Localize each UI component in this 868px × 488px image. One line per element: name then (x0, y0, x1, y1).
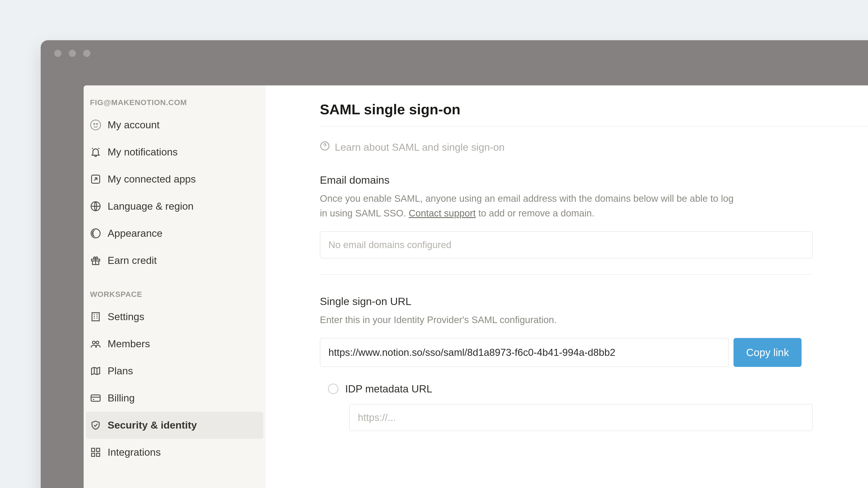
desc-text: to add or remove a domain. (475, 208, 594, 219)
divider (320, 274, 813, 275)
idp-metadata-url-radio[interactable] (328, 384, 338, 394)
sidebar-item-security[interactable]: Security & identity (86, 412, 264, 439)
sidebar-item-label: Integrations (107, 447, 161, 458)
sidebar-item-my-account[interactable]: My account (86, 111, 264, 138)
sidebar-item-settings[interactable]: Settings (86, 303, 264, 330)
sidebar-item-label: Settings (107, 311, 145, 323)
svg-rect-15 (96, 453, 100, 456)
sidebar-item-label: Earn credit (107, 255, 157, 266)
sidebar-item-my-notifications[interactable]: My notifications (86, 138, 264, 166)
svg-point-17 (324, 148, 325, 148)
section-desc: Enter this in your Identity Provider's S… (320, 313, 740, 327)
section-sso-url: Single sign-on URL Enter this in your Id… (320, 295, 868, 431)
idp-metadata-url-label: IDP metadata URL (345, 383, 432, 395)
svg-rect-8 (92, 313, 99, 321)
section-email-domains: Email domains Once you enable SAML, anyo… (320, 174, 868, 258)
page-title: SAML single sign-on (320, 101, 868, 127)
grid-icon (90, 447, 101, 458)
shield-icon (90, 420, 101, 431)
svg-rect-12 (92, 448, 95, 451)
arrow-out-icon (90, 173, 101, 185)
sidebar-item-appearance[interactable]: Appearance (86, 220, 264, 247)
sidebar-item-label: Plans (107, 365, 133, 377)
section-heading: Email domains (320, 174, 868, 186)
moon-icon (90, 228, 101, 239)
app-surface: FIG@MAKENOTION.COM My account My notific… (84, 86, 868, 488)
map-icon (90, 365, 101, 377)
bell-icon (90, 147, 101, 158)
sidebar-item-integrations[interactable]: Integrations (86, 439, 264, 466)
help-icon (320, 141, 330, 153)
sidebar-item-label: Appearance (107, 228, 162, 239)
traffic-light-min[interactable] (69, 50, 76, 57)
avatar-icon (90, 119, 101, 131)
svg-point-2 (96, 124, 98, 125)
traffic-light-close[interactable] (54, 50, 61, 57)
idp-metadata-url-input[interactable]: https://... (349, 404, 813, 431)
svg-rect-14 (92, 453, 95, 456)
email-domains-field[interactable]: No email domains configured (320, 231, 813, 258)
sidebar-item-language-region[interactable]: Language & region (86, 193, 264, 220)
sidebar-workspace-label: WORKSPACE (86, 290, 264, 303)
sidebar-item-connected-apps[interactable]: My connected apps (86, 166, 264, 193)
svg-rect-11 (91, 395, 100, 401)
traffic-light-max[interactable] (83, 50, 90, 57)
sidebar-item-billing[interactable]: Billing (86, 385, 264, 412)
sidebar-item-label: My account (107, 119, 160, 131)
sidebar-item-label: My notifications (107, 146, 178, 158)
sidebar-user-email: FIG@MAKENOTION.COM (86, 98, 264, 111)
section-heading: Single sign-on URL (320, 295, 868, 307)
sidebar-item-label: Language & region (107, 200, 193, 212)
sidebar-item-label: Members (107, 338, 150, 350)
sso-url-field[interactable]: https://www.notion.so/sso/saml/8d1a8973-… (320, 338, 729, 367)
svg-point-1 (94, 124, 95, 125)
copy-link-button[interactable]: Copy link (734, 338, 802, 367)
settings-main: SAML single sign-on Learn about SAML and… (266, 86, 868, 488)
settings-sidebar: FIG@MAKENOTION.COM My account My notific… (84, 86, 266, 488)
learn-link-text: Learn about SAML and single sign-on (335, 141, 504, 153)
svg-point-0 (91, 120, 101, 130)
credit-card-icon (90, 392, 101, 404)
learn-link[interactable]: Learn about SAML and single sign-on (320, 127, 868, 153)
sidebar-item-label: My connected apps (107, 173, 196, 185)
sidebar-item-earn-credit[interactable]: Earn credit (86, 247, 264, 274)
sidebar-item-plans[interactable]: Plans (86, 357, 264, 385)
section-desc: Once you enable SAML, anyone using an em… (320, 191, 740, 221)
svg-rect-13 (96, 448, 100, 451)
contact-support-link[interactable]: Contact support (409, 208, 476, 219)
app-window: FIG@MAKENOTION.COM My account My notific… (41, 40, 868, 488)
svg-point-9 (92, 341, 95, 344)
building-icon (90, 311, 101, 322)
svg-point-10 (96, 341, 99, 344)
globe-icon (90, 201, 101, 212)
people-icon (90, 338, 101, 350)
window-traffic-lights (41, 40, 868, 57)
sidebar-item-label: Billing (107, 392, 135, 404)
sidebar-item-members[interactable]: Members (86, 330, 264, 357)
sidebar-item-label: Security & identity (107, 419, 197, 431)
gift-icon (90, 255, 101, 266)
